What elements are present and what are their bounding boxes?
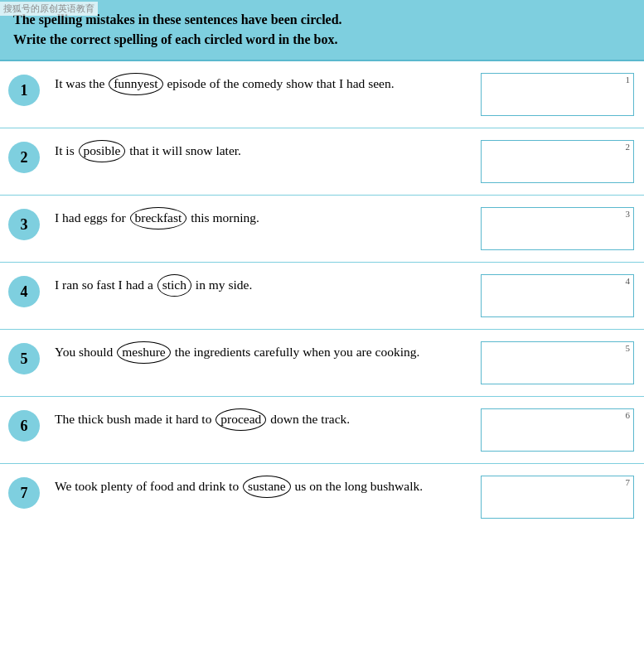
table-row: 1It was the funnyest episode of the come…: [0, 61, 644, 128]
answer-input[interactable]: [481, 341, 634, 384]
circled-word: breckfast: [130, 207, 187, 229]
answer-box-area: 5: [481, 341, 634, 384]
row-number: 7: [8, 477, 40, 509]
box-number: 6: [626, 410, 631, 420]
row-number: 3: [8, 209, 40, 240]
box-number: 1: [626, 75, 631, 85]
sentence-area: You should meshure the ingredients caref…: [40, 341, 481, 364]
box-number: 2: [626, 142, 631, 152]
sentence-area: We took plenty of food and drink to sust…: [40, 476, 481, 498]
header-text: The spelling mistakes in these sentences…: [13, 10, 631, 50]
table-row: 5You should meshure the ingredients care…: [0, 330, 644, 397]
answer-box-area: 6: [481, 408, 634, 452]
answer-input[interactable]: [481, 408, 634, 452]
answer-input[interactable]: [481, 73, 634, 116]
table-row: 3I had eggs for breckfast this morning.3: [0, 196, 644, 263]
row-number: 2: [8, 142, 40, 173]
sentence-area: It is posible that it will snow later.: [40, 140, 481, 162]
watermark: 搜狐号的原创英语教育: [0, 2, 98, 16]
row-number: 1: [8, 75, 40, 106]
row-number: 6: [8, 410, 40, 442]
sentence-area: I ran so fast I had a stich in my side.: [40, 274, 481, 297]
box-number: 5: [626, 343, 631, 353]
circled-word: stich: [157, 274, 191, 297]
answer-box-area: 7: [481, 476, 634, 519]
content: 1It was the funnyest episode of the come…: [0, 61, 644, 530]
circled-word: sustane: [243, 476, 291, 498]
circled-word: procead: [215, 408, 266, 431]
table-row: 7We took plenty of food and drink to sus…: [0, 464, 644, 530]
table-row: 4I ran so fast I had a stich in my side.…: [0, 263, 644, 330]
answer-input[interactable]: [481, 274, 634, 317]
box-number: 3: [626, 209, 631, 219]
sentence-area: It was the funnyest episode of the comed…: [40, 73, 481, 95]
circled-word: posible: [79, 140, 126, 162]
answer-input[interactable]: [481, 140, 634, 183]
circled-word: meshure: [117, 341, 171, 364]
circled-word: funnyest: [109, 73, 162, 95]
answer-input[interactable]: [481, 207, 634, 250]
answer-box-area: 4: [481, 274, 634, 317]
answer-box-area: 3: [481, 207, 634, 250]
table-row: 6The thick bush made it hard to procead …: [0, 397, 644, 464]
answer-box-area: 1: [481, 73, 634, 116]
row-number: 4: [8, 276, 40, 307]
sentence-area: I had eggs for breckfast this morning.: [40, 207, 481, 229]
answer-input[interactable]: [481, 476, 634, 519]
header-line2: Write the correct spelling of each circl…: [13, 32, 337, 46]
box-number: 4: [626, 276, 631, 286]
answer-box-area: 2: [481, 140, 634, 183]
table-row: 2It is posible that it will snow later.2: [0, 128, 644, 196]
row-number: 5: [8, 343, 40, 374]
sentence-area: The thick bush made it hard to procead d…: [40, 408, 481, 431]
box-number: 7: [626, 477, 631, 487]
